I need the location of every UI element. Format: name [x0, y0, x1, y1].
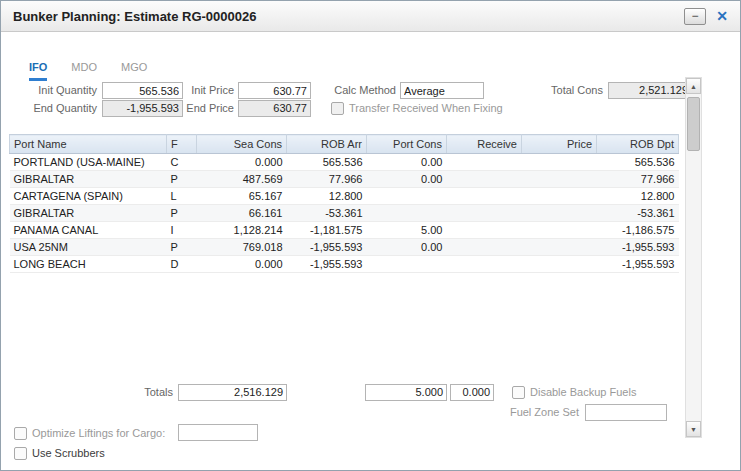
column-header-rob-arr[interactable]: ROB Arr — [287, 135, 367, 154]
init-price-label: Init Price — [181, 82, 234, 99]
totals-receive-field: 0.000 — [450, 384, 494, 401]
totals-sea-cons-field: 2,516.129 — [178, 384, 287, 401]
column-header-receive[interactable]: Receive — [447, 135, 522, 154]
table-cell — [522, 188, 597, 205]
use-scrubbers-label: Use Scrubbers — [32, 446, 105, 461]
end-price-field: 630.77 — [238, 100, 311, 117]
table-row[interactable]: GIBRALTARP487.56977.9660.0077.966 — [10, 171, 679, 188]
column-header-port-cons[interactable]: Port Cons — [367, 135, 447, 154]
tab-mdo[interactable]: MDO — [71, 61, 97, 81]
table-cell: 0.00 — [367, 154, 447, 171]
total-cons-label: Total Cons — [539, 82, 603, 99]
table-cell: 5.00 — [367, 222, 447, 239]
table-cell: GIBRALTAR — [10, 205, 167, 222]
table-cell — [447, 205, 522, 222]
table-cell: -1,186.575 — [597, 222, 679, 239]
table-cell — [522, 205, 597, 222]
table-cell — [367, 205, 447, 222]
column-header-f[interactable]: F — [167, 135, 197, 154]
table-body: PORTLAND (USA-MAINE)C0.000565.5360.00565… — [10, 154, 679, 273]
bunker-ports-table: Port Name F Sea Cons ROB Arr Port Cons R… — [9, 134, 679, 273]
table-cell: -1,181.575 — [287, 222, 367, 239]
table-cell — [447, 239, 522, 256]
table-cell: 487.569 — [197, 171, 287, 188]
window-title: Bunker Planning: Estimate RG-0000026 — [1, 9, 256, 24]
init-quantity-input[interactable] — [102, 82, 183, 99]
fuel-zone-set-input[interactable] — [585, 404, 667, 421]
table-cell — [447, 171, 522, 188]
table-cell: D — [167, 256, 197, 273]
scroll-down-icon[interactable]: ▼ — [686, 421, 701, 437]
table-cell: 77.966 — [287, 171, 367, 188]
table-row[interactable]: CARTAGENA (SPAIN)L65.16712.80012.800 — [10, 188, 679, 205]
table-cell: 565.536 — [597, 154, 679, 171]
table-cell: 12.800 — [287, 188, 367, 205]
table-cell — [522, 222, 597, 239]
table-cell: 769.018 — [197, 239, 287, 256]
table-cell: I — [167, 222, 197, 239]
disable-backup-fuels-checkbox[interactable] — [512, 386, 525, 399]
table-cell: 0.00 — [367, 171, 447, 188]
init-price-input[interactable] — [238, 82, 311, 99]
table-cell: -1,955.593 — [287, 239, 367, 256]
table-cell — [522, 256, 597, 273]
table-cell: 0.000 — [197, 154, 287, 171]
disable-backup-fuels-label: Disable Backup Fuels — [530, 385, 636, 400]
table-cell — [367, 188, 447, 205]
table-cell: 0.00 — [367, 239, 447, 256]
table-row[interactable]: PANAMA CANALI1,128.214-1,181.5755.00-1,1… — [10, 222, 679, 239]
table-cell: USA 25NM — [10, 239, 167, 256]
scrollbar-thumb[interactable] — [687, 97, 700, 151]
table-row[interactable]: GIBRALTARP66.161-53.361-53.361 — [10, 205, 679, 222]
table-cell: -53.361 — [597, 205, 679, 222]
window-controls: − ✕ — [684, 8, 731, 25]
table-cell — [522, 154, 597, 171]
column-header-sea-cons[interactable]: Sea Cons — [197, 135, 287, 154]
vertical-scrollbar[interactable]: ▲ ▼ — [685, 77, 702, 438]
table-cell: GIBRALTAR — [10, 171, 167, 188]
scroll-up-icon[interactable]: ▲ — [686, 78, 701, 94]
table-cell — [447, 256, 522, 273]
table-cell: P — [167, 239, 197, 256]
table-header-row: Port Name F Sea Cons ROB Arr Port Cons R… — [10, 135, 679, 154]
table-cell: -53.361 — [287, 205, 367, 222]
bunker-planning-dialog: Bunker Planning: Estimate RG-0000026 − ✕… — [0, 0, 741, 471]
optimize-liftings-input[interactable] — [178, 424, 258, 441]
total-cons-field: 2,521.129 — [608, 82, 692, 99]
table-row[interactable]: USA 25NMP769.018-1,955.5930.00-1,955.593 — [10, 239, 679, 256]
table-row[interactable]: LONG BEACHD0.000-1,955.593-1,955.593 — [10, 256, 679, 273]
minimize-button[interactable]: − — [684, 8, 706, 25]
table-cell: 12.800 — [597, 188, 679, 205]
init-quantity-label: Init Quantity — [9, 82, 97, 99]
end-quantity-label: End Quantity — [9, 100, 97, 117]
close-button[interactable]: ✕ — [713, 8, 731, 25]
calc-method-label: Calc Method — [326, 82, 396, 99]
optimize-liftings-label: Optimize Liftings for Cargo: — [32, 426, 165, 441]
table-cell: -1,955.593 — [287, 256, 367, 273]
column-header-rob-dpt[interactable]: ROB Dpt — [597, 135, 679, 154]
table-cell: 0.000 — [197, 256, 287, 273]
transfer-received-label: Transfer Received When Fixing — [349, 101, 503, 116]
tab-ifo[interactable]: IFO — [29, 61, 47, 81]
table-row[interactable]: PORTLAND (USA-MAINE)C0.000565.5360.00565… — [10, 154, 679, 171]
table-cell — [522, 239, 597, 256]
use-scrubbers-checkbox[interactable] — [14, 447, 27, 460]
table-cell: CARTAGENA (SPAIN) — [10, 188, 167, 205]
table-cell: P — [167, 205, 197, 222]
column-header-port-name[interactable]: Port Name — [10, 135, 167, 154]
table-cell: C — [167, 154, 197, 171]
column-header-price[interactable]: Price — [522, 135, 597, 154]
transfer-received-checkbox[interactable] — [331, 102, 344, 115]
table-cell: 1,128.214 — [197, 222, 287, 239]
table-cell — [522, 171, 597, 188]
table-cell — [447, 222, 522, 239]
table-cell: P — [167, 171, 197, 188]
titlebar: Bunker Planning: Estimate RG-0000026 − ✕ — [1, 1, 740, 32]
table-cell: 77.966 — [597, 171, 679, 188]
tab-mgo[interactable]: MGO — [121, 61, 147, 81]
table-cell: PORTLAND (USA-MAINE) — [10, 154, 167, 171]
optimize-liftings-checkbox[interactable] — [14, 427, 27, 440]
end-quantity-field: -1,955.593 — [102, 100, 183, 117]
totals-port-cons-field: 5.000 — [365, 384, 447, 401]
calc-method-input[interactable] — [400, 82, 484, 99]
